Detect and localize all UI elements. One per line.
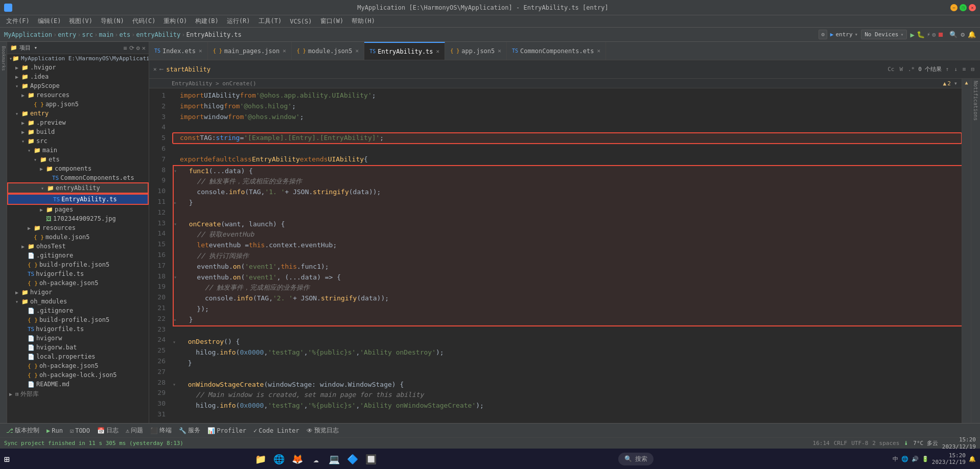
breadcrumb-main[interactable]: main bbox=[99, 31, 113, 38]
tree-oh-modules[interactable]: ▾ 📁 oh_modules bbox=[7, 297, 149, 306]
taskbar-app-edge[interactable]: 🌐 bbox=[271, 451, 287, 467]
tray-battery[interactable]: 🔋 bbox=[922, 456, 929, 462]
menu-edit[interactable]: 编辑(E) bbox=[34, 16, 65, 27]
fold-11[interactable]: ▸ bbox=[174, 199, 177, 207]
todo-button[interactable]: ☑ TODO bbox=[68, 426, 92, 435]
tree-build-profile[interactable]: { } build-profile.json5 bbox=[7, 260, 149, 269]
tree-entry[interactable]: ▾ 📁 entry bbox=[7, 109, 149, 118]
whole-word-btn[interactable]: W bbox=[898, 65, 904, 74]
encoding[interactable]: UTF-8 bbox=[851, 440, 868, 447]
tree-root[interactable]: ▾ 📁 MyApplication E:\HarmonyOS\MyApplica… bbox=[7, 54, 149, 63]
search-back-btn[interactable]: ⟵ bbox=[160, 66, 164, 73]
stop-button[interactable]: ⏹ bbox=[938, 31, 944, 38]
fold-28[interactable]: ▾ bbox=[173, 381, 176, 389]
menu-run[interactable]: 运行(R) bbox=[223, 16, 254, 27]
fold-13[interactable]: ▾ bbox=[174, 220, 177, 228]
debug-button[interactable]: 🐛 bbox=[917, 31, 925, 38]
taskbar-app-cloud[interactable]: ☁ bbox=[308, 451, 324, 467]
menu-file[interactable]: 文件(F) bbox=[2, 16, 34, 27]
tree-module-json[interactable]: { } module.json5 bbox=[7, 232, 149, 242]
breadcrumb-entry[interactable]: entry bbox=[58, 31, 76, 38]
tree-img[interactable]: 🖼 1702344909275.jpg bbox=[7, 214, 149, 223]
breadcrumb-src[interactable]: src bbox=[82, 31, 94, 38]
close-button[interactable]: ✕ bbox=[969, 4, 976, 11]
tray-lang[interactable]: 中 bbox=[893, 455, 898, 463]
tree-gitignore2[interactable]: 📄 .gitignore bbox=[7, 306, 149, 315]
code-area[interactable]: EntryAbility > onCreate() ▲ 2 ▾ 123456 7… bbox=[149, 79, 962, 423]
tab-main-pages[interactable]: { } main_pages.json ✕ bbox=[208, 42, 292, 60]
tree-local-props[interactable]: 📄 local.properties bbox=[7, 352, 149, 361]
breadcrumb-ets[interactable]: ets bbox=[120, 31, 131, 38]
menu-refactor[interactable]: 重构(O) bbox=[159, 16, 191, 27]
tab-index-ets[interactable]: TS Index.ets ✕ bbox=[149, 42, 208, 60]
run-button[interactable]: ▶ bbox=[910, 31, 914, 39]
profiler-button[interactable]: 📊 Profiler bbox=[205, 426, 248, 435]
menu-nav[interactable]: 导航(N) bbox=[97, 16, 128, 27]
linter-button[interactable]: ✓ Code Linter bbox=[251, 426, 301, 435]
taskbar-app-files[interactable]: 📁 bbox=[252, 451, 269, 467]
fold-8[interactable]: ▾ bbox=[174, 167, 177, 175]
tree-gitignore[interactable]: 📄 .gitignore bbox=[7, 251, 149, 260]
tree-external[interactable]: ▶ ⊞ 外部库 bbox=[7, 389, 149, 400]
tab-app-json[interactable]: { } app.json5 ✕ bbox=[445, 42, 507, 60]
sidebar-sync-icon[interactable]: ⟳ bbox=[129, 44, 134, 52]
taskbar-app-harmony[interactable]: 💻 bbox=[326, 451, 342, 467]
breadcrumb-file[interactable]: EntryAbility.ts bbox=[186, 31, 241, 38]
tree-src[interactable]: ▾ 📁 src bbox=[7, 136, 149, 146]
fold-18[interactable]: ▾ bbox=[174, 273, 177, 282]
tree-entryability-ts[interactable]: TS EntryAbility.ts bbox=[7, 194, 149, 205]
tray-notification-center[interactable]: 🔔 bbox=[969, 456, 976, 462]
minimize-button[interactable]: − bbox=[950, 4, 958, 11]
tree-commoncomponents[interactable]: TS CommonComponents.ets bbox=[7, 173, 149, 182]
tree-ohostest[interactable]: ▶ 📁 ohosTest bbox=[7, 242, 149, 251]
tree-appscope[interactable]: ▾ 📁 AppScope bbox=[7, 81, 149, 90]
tree-oh-package[interactable]: { } oh-package.json5 bbox=[7, 278, 149, 288]
start-button[interactable]: ⊞ bbox=[4, 454, 10, 464]
problem-button[interactable]: ⚠ 问题 bbox=[124, 425, 145, 436]
settings-button[interactable]: ⚙ bbox=[819, 30, 827, 39]
tab-close-common-comp[interactable]: ✕ bbox=[597, 48, 600, 54]
regex-btn[interactable]: .* bbox=[906, 65, 916, 74]
tab-module-json[interactable]: { } module.json5 ✕ bbox=[292, 42, 364, 60]
match-case-btn[interactable]: Cc bbox=[886, 65, 896, 74]
warning-expand-btn[interactable]: ▾ bbox=[954, 80, 958, 87]
tree-hvigorfile[interactable]: TS hvigorfile.ts bbox=[7, 269, 149, 278]
entry-selector[interactable]: ▶ entry ▾ bbox=[830, 31, 858, 38]
tray-network[interactable]: 🌐 bbox=[901, 456, 908, 462]
menu-window[interactable]: 窗口(W) bbox=[316, 16, 348, 27]
prev-result-btn[interactable]: ↑ bbox=[944, 65, 951, 74]
menu-help[interactable]: 帮助(H) bbox=[347, 16, 379, 27]
tree-hvigorfile2[interactable]: TS hvigorfile.ts bbox=[7, 324, 149, 334]
tree-build[interactable]: ▶ 📁 build bbox=[7, 127, 149, 136]
tree-oh-package-lock[interactable]: { } oh-package-lock.json5 bbox=[7, 370, 149, 380]
taskbar-app-cmd[interactable]: 🔲 bbox=[363, 451, 379, 467]
tree-pages[interactable]: ▶ 📁 pages bbox=[7, 205, 149, 214]
tree-hvigor[interactable]: ▶ 📁 .hvigor bbox=[7, 63, 149, 72]
tray-sound[interactable]: 🔊 bbox=[912, 456, 919, 462]
tree-main[interactable]: ▾ 📁 main bbox=[7, 146, 149, 155]
tab-entry-ability[interactable]: TS EntryAbility.ts ✕ bbox=[364, 42, 445, 60]
tree-app-json[interactable]: { } app.json5 bbox=[7, 100, 149, 109]
tree-idea[interactable]: ▶ 📁 .idea bbox=[7, 72, 149, 81]
profile-button[interactable]: ⚡ bbox=[927, 31, 930, 38]
maximize-button[interactable]: ❐ bbox=[960, 4, 967, 11]
sidebar-close-icon[interactable]: ✕ bbox=[142, 44, 146, 52]
preview-log-button[interactable]: 👁 预览日志 bbox=[305, 425, 341, 436]
taskbar-search[interactable]: 🔍 搜索 bbox=[618, 453, 654, 465]
right-scrollbar-area[interactable]: ▲ bbox=[962, 79, 971, 423]
search-close-btn[interactable]: ✕ bbox=[153, 66, 157, 73]
highlight-btn[interactable]: ≡ bbox=[961, 65, 968, 74]
terminal-button[interactable]: ⬛ 终端 bbox=[148, 425, 174, 436]
taskbar-app-browser[interactable]: 🦊 bbox=[289, 451, 306, 467]
line-col[interactable]: 16:14 bbox=[813, 440, 830, 447]
run-bottom-button[interactable]: ▶ Run bbox=[44, 426, 65, 435]
menu-tools[interactable]: 工具(T) bbox=[254, 16, 286, 27]
tree-ets[interactable]: ▾ 📁 ets bbox=[7, 155, 149, 164]
search-button[interactable]: 🔍 bbox=[949, 31, 958, 38]
menu-vcs[interactable]: VCS(S) bbox=[286, 17, 316, 26]
service-button[interactable]: 🔧 服务 bbox=[177, 425, 202, 436]
device-selector[interactable]: No Devices ▾ bbox=[861, 30, 907, 39]
fold-22[interactable]: ▸ bbox=[174, 316, 177, 324]
line-sep[interactable]: CRLF bbox=[834, 440, 848, 447]
tree-hvigor2[interactable]: ▶ 📁 hvigor bbox=[7, 288, 149, 297]
